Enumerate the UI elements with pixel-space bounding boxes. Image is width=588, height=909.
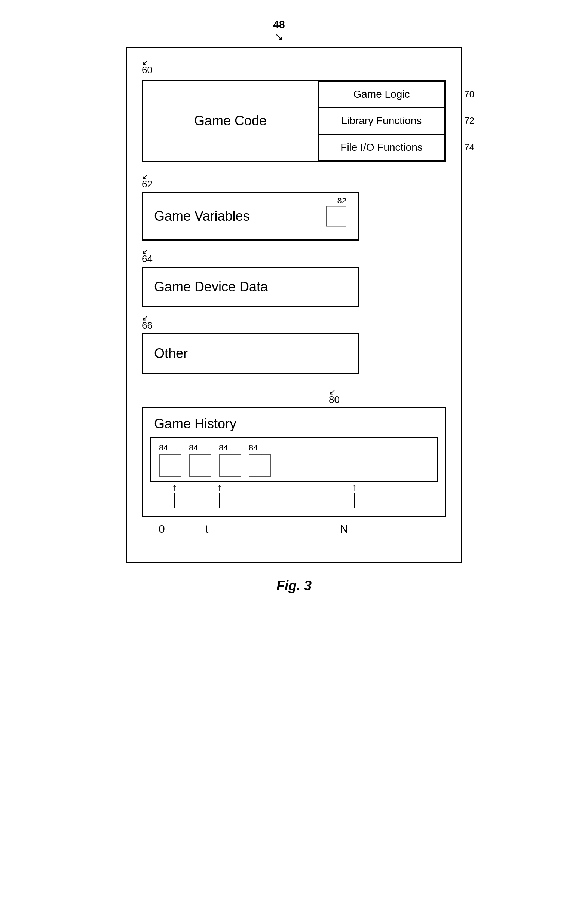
arrow-n: ↑ (352, 482, 357, 509)
right-item-library-functions: Library Functions 72 (318, 107, 445, 134)
other-box: Other (142, 333, 359, 374)
num-64: ↙ 64 (142, 253, 153, 265)
num-48: 48 (273, 19, 285, 31)
timeline-arrows-row: ↑ ↑ ↑ (150, 482, 438, 509)
label-80-row: ↙ 80 (142, 389, 446, 405)
top-label-container: 48 ↙ (30, 19, 558, 43)
timeline-label-t: t (205, 523, 208, 535)
num-84-1: 84 (159, 443, 168, 453)
history-item-4: 84 (249, 443, 271, 476)
num-74: 74 (464, 142, 474, 153)
timeline-label-n: N (340, 523, 348, 535)
game-code-left: Game Code (143, 81, 318, 161)
num-82: 82 (338, 196, 346, 206)
timeline-label-0: 0 (158, 523, 165, 535)
game-code-right: Game Logic 70 Library Functions 72 File … (318, 81, 445, 161)
num-80: ↙ 80 (329, 394, 340, 405)
history-item-1: 84 (159, 443, 181, 476)
num-60: ↙ 60 (142, 65, 153, 76)
game-variables-small-square (326, 206, 346, 227)
game-code-box: Game Code Game Logic 70 Library Function… (142, 80, 446, 162)
history-square-4 (249, 454, 271, 476)
label-66-row: ↙ 66 (142, 315, 446, 331)
timeline-labels-row: 0 t N (142, 517, 446, 539)
outer-box: ↙ 60 Game Code Game Logic 70 Library Fun… (126, 47, 462, 563)
arrow-0: ↑ (172, 482, 177, 509)
game-device-data-box: Game Device Data (142, 267, 359, 307)
history-square-2 (189, 454, 211, 476)
num-84-3: 84 (219, 443, 228, 453)
right-item-file-io: File I/O Functions 74 (318, 134, 445, 161)
game-history-inner-box: 84 84 84 84 (150, 437, 438, 482)
section-60-wrapper: ↙ 60 Game Code Game Logic 70 Library Fun… (142, 59, 446, 162)
history-item-3: 84 (219, 443, 241, 476)
page-container: 48 ↙ ↙ 60 Game Code Game Logic (8, 8, 580, 605)
num-84-2: 84 (189, 443, 198, 453)
right-item-game-logic: Game Logic 70 (318, 81, 445, 107)
label-64-row: ↙ 64 (142, 248, 446, 265)
game-history-title: Game History (150, 416, 438, 432)
curved-arrow-48: ↙ (275, 31, 284, 43)
fig-label: Fig. 3 (276, 578, 312, 594)
history-square-3 (219, 454, 241, 476)
game-variables-box: Game Variables 82 (142, 192, 359, 241)
section-66-wrapper: ↙ 66 Other (142, 315, 446, 374)
game-history-outer: Game History 84 84 84 (142, 407, 446, 517)
arrow-t: ↑ (217, 482, 222, 509)
section-64-wrapper: ↙ 64 Game Device Data (142, 248, 446, 307)
history-item-2: 84 (189, 443, 211, 476)
num-84-4: 84 (249, 443, 258, 453)
section-80-wrapper: ↙ 80 Game History 84 84 (142, 389, 446, 539)
num-70: 70 (464, 89, 474, 100)
top-label-48: 48 ↙ (273, 19, 285, 43)
num-62: ↙ 62 (142, 178, 153, 190)
history-square-1 (159, 454, 181, 476)
section-62-wrapper: ↙ 62 Game Variables 82 (142, 173, 446, 241)
label-62-row: ↙ 62 (142, 173, 446, 190)
num-66: ↙ 66 (142, 320, 153, 331)
num-72: 72 (464, 116, 474, 126)
label-60-row: ↙ 60 (142, 59, 446, 76)
